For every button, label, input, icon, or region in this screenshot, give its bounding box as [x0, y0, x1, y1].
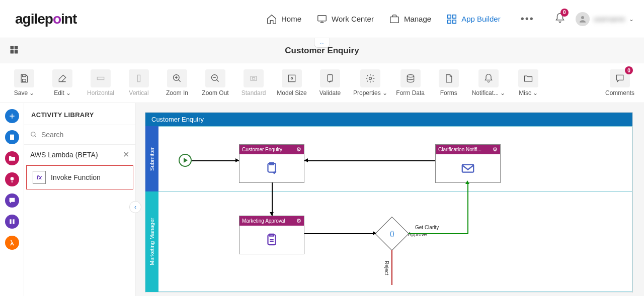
nav-appbuilder-label: App Builder — [461, 15, 501, 23]
task-marketing-approval[interactable]: Marketing Approval⚙ — [239, 216, 304, 254]
edge-approve: Approve — [408, 232, 427, 237]
edit-button[interactable]: Edit ⌄ — [47, 69, 77, 96]
canvas-wrap: Customer Enquiry Submitter Marketing Man… — [136, 103, 644, 296]
svg-rect-22 — [10, 135, 14, 140]
nav-appbuilder[interactable]: App Builder — [446, 14, 501, 25]
lane-area: Customer Enquiry⚙ Clarification Notifi..… — [158, 126, 632, 292]
toolbar: Save ⌄ Edit ⌄ Horizontal Vertical Zoom I… — [0, 63, 644, 103]
edge-get-clarity: Get Clarity — [415, 225, 439, 230]
rail-chat[interactable] — [5, 193, 19, 208]
grid-icon — [446, 14, 457, 25]
panel-title: ACTIVITY LIBRARY — [24, 103, 135, 125]
vertical-button[interactable]: Vertical — [124, 69, 154, 96]
horizontal-icon — [96, 73, 106, 83]
subtitle-bar: ︿ Customer Enquiry — [0, 38, 644, 63]
edge-line — [304, 160, 435, 161]
nav-home[interactable]: Home — [266, 14, 301, 25]
task-customer-enquiry[interactable]: Customer Enquiry⚙ — [239, 144, 304, 183]
notifications-button[interactable]: 0 — [554, 13, 566, 26]
chevron-down-icon: ⌄ — [66, 89, 71, 96]
notification-badge: 0 — [560, 9, 569, 17]
comment-icon — [615, 73, 625, 83]
main-nav: Home Work Center Manage App Builder ••• — [266, 13, 534, 25]
save-icon — [19, 73, 29, 83]
zoomin-icon — [172, 73, 182, 83]
clipboard-icon — [8, 133, 16, 141]
standard-button[interactable]: Standard — [238, 69, 269, 96]
plus-icon — [8, 112, 16, 120]
present-icon — [8, 175, 16, 183]
edge-line — [467, 182, 468, 234]
zoomin-button[interactable]: Zoom In — [162, 69, 192, 96]
rail-folder[interactable] — [5, 151, 19, 165]
rail-present[interactable] — [5, 172, 19, 186]
svg-point-20 — [369, 77, 371, 80]
lambda-icon — [8, 239, 16, 247]
process-canvas[interactable]: Customer Enquiry Submitter Marketing Man… — [145, 112, 633, 293]
folder-icon — [8, 154, 16, 162]
side-rail — [0, 103, 24, 296]
gear-icon — [365, 73, 375, 83]
svg-rect-19 — [328, 75, 333, 81]
svg-point-23 — [10, 177, 14, 180]
activity-invoke-function[interactable]: fx Invoke Function — [26, 165, 133, 189]
briefcase-icon — [389, 14, 400, 25]
properties-button[interactable]: Properties ⌄ — [353, 69, 387, 96]
search-input[interactable] — [41, 131, 129, 139]
misc-button[interactable]: Misc ⌄ — [513, 69, 543, 96]
search-icon — [30, 130, 37, 139]
chevron-down-icon: ⌄ — [29, 89, 34, 96]
gear-icon[interactable]: ⚙ — [296, 146, 301, 153]
start-event[interactable] — [179, 154, 192, 167]
zoomout-button[interactable]: Zoom Out — [200, 69, 230, 96]
activity-library-panel: ACTIVITY LIBRARY AWS Lambda (BETA) ✕ fx … — [24, 103, 136, 296]
rail-clipboard[interactable] — [5, 130, 19, 144]
svg-rect-9 — [11, 50, 14, 53]
gear-icon[interactable]: ⚙ — [493, 146, 498, 153]
save-button[interactable]: Save ⌄ — [9, 69, 39, 96]
lane-divider — [158, 191, 632, 192]
panel-collapse-button[interactable]: ‹ — [129, 201, 141, 213]
rail-lambda[interactable] — [5, 236, 19, 250]
decision-gateway[interactable]: ⟨⟩ — [375, 217, 409, 251]
notifications-tool-button[interactable]: Notificat... ⌄ — [472, 69, 505, 96]
edge-line — [409, 233, 468, 234]
nav-workcenter[interactable]: Work Center — [316, 14, 374, 25]
zoomout-icon — [210, 73, 220, 83]
comments-button[interactable]: 0 Comments — [605, 69, 635, 96]
monitor-icon — [316, 14, 328, 25]
arrowhead-icon — [304, 158, 308, 162]
close-icon[interactable]: ✕ — [123, 150, 129, 159]
user-menu[interactable]: username ⌄ — [576, 12, 634, 26]
task-clarification[interactable]: Clarification Notifi...⚙ — [435, 144, 501, 183]
svg-point-18 — [291, 77, 292, 79]
edge-reject: Reject — [384, 261, 389, 275]
lane-labels: Submitter Marketing Manager — [145, 126, 158, 292]
chevron-down-icon: ⌄ — [500, 89, 505, 96]
svg-rect-16 — [253, 77, 255, 79]
clipboard-icon — [264, 232, 279, 247]
svg-rect-2 — [448, 15, 451, 18]
validate-button[interactable]: Validate — [315, 69, 345, 96]
forms-button[interactable]: Forms — [434, 69, 464, 96]
collapse-header-button[interactable]: ︿ — [314, 38, 330, 48]
rail-columns[interactable] — [5, 215, 19, 229]
lane-marketing[interactable]: Marketing Manager — [145, 191, 158, 292]
apps-grid-icon[interactable] — [9, 45, 19, 57]
nav-more[interactable]: ••• — [521, 13, 534, 25]
gear-icon[interactable]: ⚙ — [296, 218, 301, 224]
svg-rect-28 — [462, 165, 474, 172]
username-label: username — [594, 15, 625, 23]
nav-home-label: Home — [281, 15, 301, 23]
nav-manage[interactable]: Manage — [389, 14, 431, 25]
activity-label: Invoke Function — [51, 173, 101, 181]
horizontal-button[interactable]: Horizontal — [86, 69, 116, 96]
add-button[interactable] — [5, 109, 19, 123]
svg-rect-8 — [15, 46, 18, 49]
columns-icon — [8, 218, 16, 226]
svg-rect-3 — [453, 15, 456, 18]
modelsize-button[interactable]: Model Size — [277, 69, 307, 96]
lane-submitter[interactable]: Submitter — [145, 126, 158, 191]
formdata-button[interactable]: Form Data — [395, 69, 426, 96]
logo: agilepoint — [15, 11, 76, 27]
